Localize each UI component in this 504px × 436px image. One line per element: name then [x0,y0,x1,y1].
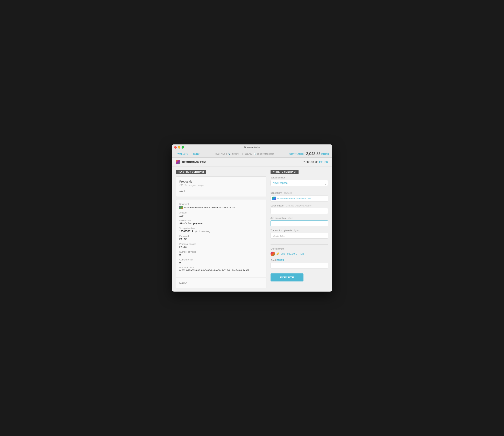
beneficiary-avatar-icon [272,196,276,200]
network-name: TEST-NET [215,153,225,155]
function-select-wrapper: New Proposal Vote Execute Proposal [270,180,328,189]
recipient-avatar-icon [179,206,183,209]
description-label: Description [179,219,263,222]
contract-balance-unit: ETHER [319,160,328,164]
contract-balance-value: 2,000.00 [304,160,314,164]
traffic-lights [174,146,184,148]
current-result-value: 0 [179,261,263,264]
select-function-label: Select function [270,176,328,179]
contract-header: DEMOCRACY F156 2,000.00 .00 ETHER [172,158,332,167]
amount-label: Amount [179,211,263,214]
contract-avatar-icon [176,160,180,164]
ether-amount-input[interactable]: 100 [270,208,328,214]
number-votes-row: Number of votes 0 [179,250,263,256]
bytecode-label: Transaction bytecode - bytes [270,229,328,232]
key-icon: 🔑 [276,252,279,255]
bob-avatar-icon [270,251,275,256]
send-ether-label: Send ETHER [270,259,328,261]
peers-count: 4 peers [232,153,239,155]
bytecode-input[interactable] [270,233,328,239]
name-title: Name [179,281,263,285]
clock-icon: 🕐 [253,153,256,155]
contract-name-text: DEMOCRACY F156 [182,160,206,164]
titlebar: Ethereum Wallet [172,144,332,150]
proposals-title: Proposals [179,180,263,183]
description-value: Alice's first payment [179,222,263,225]
send-ether-input[interactable]: 0 [270,263,328,269]
voting-deadline-label: Voting deadline [179,227,263,230]
contract-name: DEMOCRACY F156 [176,160,206,164]
execute-button[interactable]: EXECUTE [270,273,304,281]
contract-data-section: Recipient 0xce7e89700ac40d563b92d1684cfd… [176,199,266,277]
ether-unit-label: ETHER [277,259,284,261]
number-votes-label: Number of votes [179,250,263,253]
executed-row: Executed FALSE [179,235,263,241]
contracts-nav[interactable]: CONTRACTS [287,153,306,155]
proposals-card: Proposals 256 bits unsigned integer [176,176,266,197]
voting-deadline-value: 1450355019 (in 5 minutes) [179,230,263,233]
read-section-label: READ FROM CONTRACT [176,170,206,174]
executed-value: FALSE [179,238,263,241]
main-layout: READ FROM CONTRACT Proposals 256 bits un… [172,167,332,292]
balance-unit: ETHER [321,153,329,155]
main-window: Ethereum Wallet WALLETS SEND TEST-NET | … [172,144,332,292]
voting-deadline-note: (in 5 minutes) [195,230,210,233]
name-card: Name [176,278,266,288]
contract-balance: 2,000.00 .00 ETHER [304,160,328,164]
close-button[interactable] [174,146,177,148]
current-result-row: Current result 0 [179,258,263,264]
proposal-hash-row: Proposal hash 0x3829e95a509f638b84e3c87a… [179,266,263,272]
right-panel: WRITE TO CONTRACT Select function New Pr… [270,170,328,288]
write-section-label: WRITE TO CONTRACT [270,170,298,174]
description-row: Description Alice's first payment [179,219,263,225]
left-panel: READ FROM CONTRACT Proposals 256 bits un… [176,170,266,288]
recipient-label: Recipient [179,203,263,205]
recipient-value: 0xce7e89700ac40d563b92d1684cfdb1aac52f47… [179,206,263,209]
minimize-button[interactable] [178,146,180,148]
proposal-hash-value: 0x3829e95a509f638b84e3c87a8fcbae5012e7c7… [179,269,263,272]
wallets-nav[interactable]: WALLETS [175,153,191,155]
network-info: TEST-NET | 📡 4 peers | ⚙ 161,782 🕐 5s si… [202,153,287,155]
proposal-passed-label: Proposal passed [179,243,263,245]
execute-from-label: Execute from [270,248,328,250]
balance-value: 2,043.83 [306,152,321,156]
beneficiary-address-text: 0x870339a66a53c35988c43b1d7 [277,197,311,200]
proposal-hash-label: Proposal hash [179,266,263,269]
window-title: Ethereum Wallet [244,146,261,148]
job-description-input[interactable]: Send 100 to Eve [270,221,328,226]
executed-label: Executed [179,235,263,237]
current-result-label: Current result [179,258,263,261]
execute-from-row: 🔑 Bob - 959.10 ETHER [270,251,328,256]
divider [270,244,328,245]
navbar: WALLETS SEND TEST-NET | 📡 4 peers | ⚙ 16… [172,150,332,158]
blocks-icon: ⚙ [242,153,243,155]
proposals-input[interactable] [179,188,263,193]
proposal-passed-row: Proposal passed FALSE [179,243,263,249]
block-time: 5s since last block [257,153,274,155]
proposals-subtitle: 256 bits unsigned integer [179,184,263,186]
beneficiary-address-row: 0x870339a66a53c35988c43b1d7 [270,195,328,202]
amount-row: Amount 100 [179,211,263,217]
total-balance: 2,043.83 ETHER [306,152,329,156]
execute-from-name: Bob - 959.10 ETHER [281,252,304,255]
beneficiary-field-label: Beneficiary - address [270,192,328,194]
antenna-icon: 📡 [228,153,231,155]
number-votes-value: 0 [179,253,263,256]
ether-amount-label: Ether amount - 256 bits unsigned integer [270,204,328,207]
voting-deadline-row: Voting deadline 1450355019 (in 5 minutes… [179,227,263,233]
blocks-count: 161,782 [245,153,252,155]
send-nav[interactable]: SEND [191,153,202,155]
amount-value: 100 [179,214,263,217]
recipient-row: Recipient 0xce7e89700ac40d563b92d1684cfd… [179,203,263,209]
job-description-label: Job description - string [270,217,328,219]
function-select[interactable]: New Proposal Vote Execute Proposal [270,180,328,186]
maximize-button[interactable] [182,146,184,148]
proposal-passed-value: FALSE [179,246,263,249]
